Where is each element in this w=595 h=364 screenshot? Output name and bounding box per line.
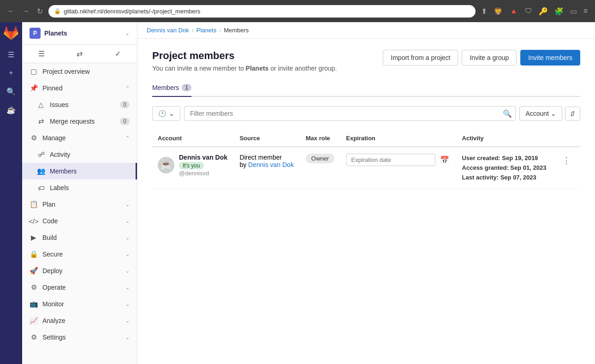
sidebar-section-build[interactable]: ▶ Build ⌄ <box>22 229 137 246</box>
sort-dropdown[interactable]: Account ⌄ <box>519 106 562 121</box>
operate-chevron-icon: ⌄ <box>125 285 130 291</box>
app-sidebar: ☰ + 🔍 ☕ <box>0 22 22 364</box>
browser-chrome: ← → ↻ 🔒 gitlab.nikhef.nl/dennisvd/planet… <box>0 0 595 22</box>
member-activity-cell: User created: Sep 19, 2019 Access grante… <box>457 147 553 189</box>
invite-group-button[interactable]: Invite a group <box>462 50 517 66</box>
issues-badge: 0 <box>120 101 130 108</box>
issues-label: Issues <box>50 101 115 108</box>
address-bar: 🔒 gitlab.nikhef.nl/dennisvd/planets/-/pr… <box>48 5 476 18</box>
sidebar-section-secure[interactable]: 🔒 Secure ⌄ <box>22 246 137 263</box>
project-header[interactable]: P Planets ⌄ <box>22 22 137 45</box>
ext-icon-3[interactable]: 🧩 <box>553 5 565 18</box>
tab-members-label: Members <box>152 84 179 91</box>
analyze-chevron-icon: ⌄ <box>125 318 130 324</box>
forward-button[interactable]: → <box>20 5 31 17</box>
sidebar-item-members[interactable]: 👥 Members <box>22 163 137 179</box>
sidebar-icon-plus[interactable]: + <box>3 65 19 81</box>
member-name: Dennis van Dok <box>179 154 227 161</box>
breadcrumb-link-planets[interactable]: Planets <box>196 27 216 34</box>
menu-button[interactable]: ≡ <box>582 5 589 17</box>
sidebar-icon-menu[interactable]: ☰ <box>3 46 19 63</box>
operate-label: Operate <box>42 284 66 291</box>
settings-label: Settings <box>42 334 66 341</box>
pinned-label: Pinned <box>42 84 63 92</box>
sidebar-section-pinned[interactable]: 📌 Pinned ⌃ <box>22 80 137 96</box>
member-more-button[interactable]: ⋮ <box>559 154 574 167</box>
reload-button[interactable]: ↻ <box>35 5 45 18</box>
plan-label: Plan <box>42 201 55 208</box>
source-link[interactable]: Dennis van Dok <box>248 161 294 168</box>
sidebar-item-label: Project overview <box>42 68 130 75</box>
sidebar-item-merge-requests[interactable]: ⇄ Merge requests 0 <box>22 113 137 130</box>
deploy-label: Deploy <box>42 267 63 274</box>
search-button[interactable]: 🔍 <box>503 109 512 118</box>
pinned-sub-items: △ Issues 0 ⇄ Merge requests 0 <box>22 96 137 130</box>
sidebar-section-monitor[interactable]: 📺 Monitor ⌄ <box>22 296 137 312</box>
sidebar-section-operate[interactable]: ⚙ Operate ⌄ <box>22 279 137 296</box>
ext-icon-2[interactable]: 🔑 <box>537 5 550 18</box>
labels-label: Labels <box>50 184 130 191</box>
filter-row: 🕐 ⌄ 🔍 Account ⌄ ⇵ <box>152 106 580 121</box>
deploy-icon: 🚀 <box>30 267 38 275</box>
filter-search-container: 🔍 <box>184 106 516 121</box>
import-from-project-button[interactable]: Import from a project <box>383 50 458 66</box>
member-source: Direct member by Dennis van Dok <box>239 154 294 168</box>
activity-label: Activity <box>50 151 130 158</box>
invite-members-button[interactable]: Invite members <box>520 50 580 66</box>
sidebar-section-plan[interactable]: 📋 Plan ⌄ <box>22 196 137 213</box>
search-input[interactable] <box>184 106 516 121</box>
sidebar-item-project-overview[interactable]: ▢ Project overview <box>22 63 137 80</box>
merge-requests-label: Merge requests <box>50 118 115 125</box>
project-avatar: P <box>30 28 41 39</box>
sidebar-toolbar-check[interactable]: ✓ <box>99 45 137 63</box>
url-text: gitlab.nikhef.nl/dennisvd/planets/-/proj… <box>64 8 470 15</box>
pinned-chevron-icon: ⌃ <box>125 85 130 91</box>
last-activity-date: Sep 07, 2023 <box>500 174 536 181</box>
col-header-account: Account <box>152 130 234 147</box>
sidebar-item-labels[interactable]: 🏷 Labels <box>22 179 137 196</box>
gitlab-logo[interactable] <box>4 26 18 41</box>
member-expiration-cell: 📅 <box>340 147 456 189</box>
header-actions: Import from a project Invite a group Inv… <box>383 50 580 66</box>
project-sidebar: P Planets ⌄ ☰ ⇄ ✓ ▢ Project overview 📌 P… <box>22 22 137 364</box>
sidebar-icon-coffee[interactable]: ☕ <box>3 101 19 118</box>
issues-icon: △ <box>37 101 45 109</box>
secure-label: Secure <box>42 251 63 258</box>
sidebar-item-issues[interactable]: △ Issues 0 <box>22 96 137 113</box>
sidebar-item-activity[interactable]: ☍ Activity <box>22 146 137 163</box>
monitor-chevron-icon: ⌄ <box>125 301 130 307</box>
brave-icon[interactable]: 🦁 <box>492 5 505 18</box>
code-icon: </> <box>30 217 38 225</box>
sidebar-toolbar-merge[interactable]: ⇄ <box>60 45 99 63</box>
access-granted-date: Sep 01, 2023 <box>510 164 546 171</box>
share-button[interactable]: ⬆ <box>479 5 489 18</box>
alert-icon[interactable]: 🔺 <box>507 5 520 18</box>
browser-extensions: ⬆ 🦁 🔺 🛡 🔑 🧩 ▭ ≡ <box>479 5 589 18</box>
sort-direction-button[interactable]: ⇵ <box>565 107 580 121</box>
calendar-button[interactable]: 📅 <box>438 154 451 166</box>
page-content-area: Project members You can invite a new mem… <box>137 39 595 200</box>
sidebar-section-settings[interactable]: ⚙ Settings ⌄ <box>22 329 137 346</box>
its-you-badge: It's you <box>179 162 204 169</box>
tab-members[interactable]: Members 1 <box>152 79 191 97</box>
ext-icon-1[interactable]: 🛡 <box>523 5 534 17</box>
col-header-activity: Activity <box>457 130 553 147</box>
sidebar-section-code[interactable]: </> Code ⌄ <box>22 213 137 229</box>
sidebar-toolbar-bookmark[interactable]: ☰ <box>22 45 60 63</box>
labels-icon: 🏷 <box>37 184 45 192</box>
sidebar-section-analyze[interactable]: 📈 Analyze ⌄ <box>22 312 137 329</box>
col-header-source: Source <box>234 130 300 147</box>
date-filter-button[interactable]: 🕐 ⌄ <box>152 106 180 121</box>
members-table: Account Source Max role Expiration Activ… <box>152 130 580 189</box>
settings-chevron-icon: ⌄ <box>125 334 130 340</box>
member-source-cell: Direct member by Dennis van Dok <box>234 147 300 189</box>
analyze-label: Analyze <box>42 317 65 324</box>
breadcrumb-link-dennis[interactable]: Dennis van Dok <box>147 27 189 34</box>
sidebar-toggle[interactable]: ▭ <box>568 5 579 18</box>
monitor-label: Monitor <box>42 300 64 308</box>
sidebar-section-deploy[interactable]: 🚀 Deploy ⌄ <box>22 263 137 279</box>
sidebar-section-manage[interactable]: ⚙ Manage ⌃ <box>22 130 137 146</box>
sidebar-icon-search[interactable]: 🔍 <box>3 83 19 100</box>
expiration-date-input[interactable] <box>346 154 435 166</box>
back-button[interactable]: ← <box>6 5 17 17</box>
